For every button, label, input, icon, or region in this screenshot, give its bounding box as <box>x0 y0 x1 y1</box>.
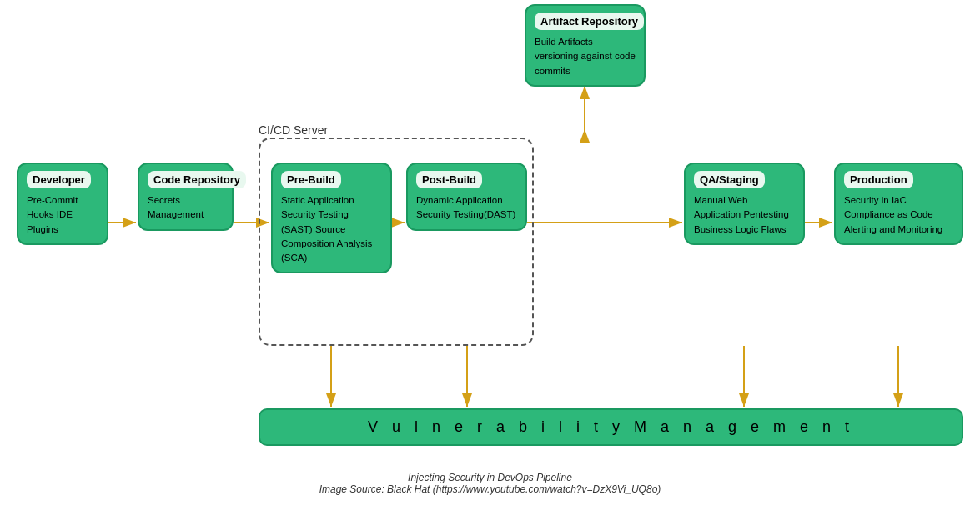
cicd-label: CI/CD Server <box>259 123 328 137</box>
qa-title: QA/Staging <box>694 171 765 188</box>
node-code-repo: Code Repository Secrets Management <box>138 162 234 231</box>
prebuild-title: Pre-Build <box>281 171 341 188</box>
postbuild-body: Dynamic Application Security Testing(DAS… <box>416 193 517 222</box>
vulnerability-label: V u l n e r a b i l i t y M a n a g e m … <box>368 418 854 436</box>
caption-line1: Injecting Security in DevOps Pipeline <box>0 472 980 483</box>
vulnerability-bar: V u l n e r a b i l i t y M a n a g e m … <box>259 408 963 446</box>
caption-line2: Image Source: Black Hat (https://www.you… <box>0 483 980 495</box>
node-postbuild: Post-Build Dynamic Application Security … <box>406 162 527 231</box>
code-repo-body: Secrets Management <box>148 193 224 222</box>
caption: Injecting Security in DevOps Pipeline Im… <box>0 472 980 495</box>
prebuild-body: Static Application Security Testing (SAS… <box>281 193 382 265</box>
diagram-container: CI/CD Server Artifact Repository Build A… <box>0 0 980 505</box>
production-title: Production <box>844 171 913 188</box>
artifact-title: Artifact Repository <box>535 12 644 30</box>
node-qa: QA/Staging Manual Web Application Pentes… <box>684 162 805 245</box>
artifact-body: Build Artifacts versioning against code … <box>535 35 636 78</box>
node-prebuild: Pre-Build Static Application Security Te… <box>271 162 392 273</box>
node-developer: Developer Pre-Commit Hooks IDE Plugins <box>17 162 108 245</box>
developer-title: Developer <box>27 171 91 188</box>
node-production: Production Security in IaC Compliance as… <box>834 162 963 245</box>
production-body: Security in IaC Compliance as Code Alert… <box>844 193 953 237</box>
developer-body: Pre-Commit Hooks IDE Plugins <box>27 193 98 237</box>
code-repo-title: Code Repository <box>148 171 246 188</box>
postbuild-title: Post-Build <box>416 171 482 188</box>
node-artifact: Artifact Repository Build Artifacts vers… <box>525 4 646 87</box>
qa-body: Manual Web Application Pentesting Busine… <box>694 193 795 237</box>
